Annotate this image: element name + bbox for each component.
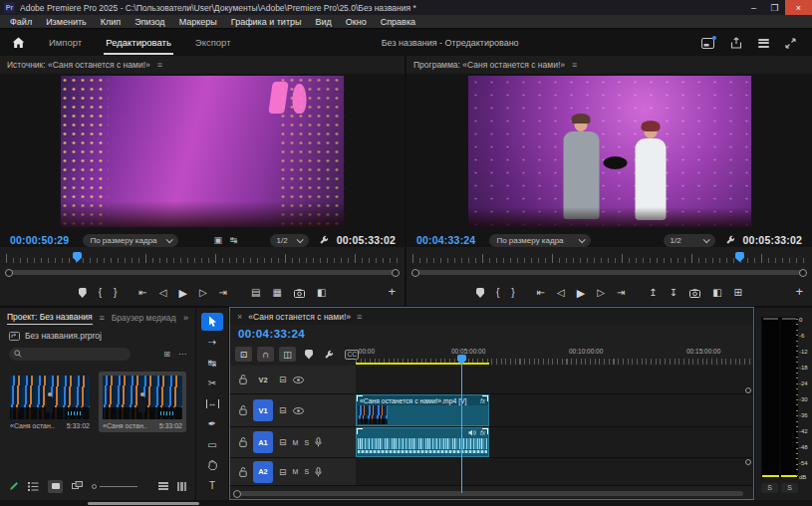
toggle-track-output-eye-icon[interactable] bbox=[293, 407, 304, 414]
menu-sequence[interactable]: Эпизод bbox=[128, 17, 171, 27]
compare-view-icon[interactable]: ◧ bbox=[712, 288, 721, 298]
vertical-scroll-handle[interactable] bbox=[745, 459, 751, 465]
button-editor-icon[interactable]: + bbox=[795, 285, 803, 298]
menu-markers[interactable]: Маркеры bbox=[172, 17, 224, 27]
menu-help[interactable]: Справка bbox=[374, 17, 422, 27]
track-target-v1[interactable]: V1 bbox=[253, 399, 273, 421]
track-a1-lane[interactable]: fx bbox=[356, 427, 753, 457]
extract-icon[interactable]: ↧ bbox=[670, 288, 677, 298]
track-target-a1[interactable]: A1 bbox=[253, 431, 273, 453]
program-current-timecode[interactable]: 00:04:33:24 bbox=[416, 234, 475, 246]
audio-meter-bars[interactable] bbox=[761, 317, 798, 478]
overwrite-icon[interactable]: ▦ bbox=[272, 288, 281, 298]
more-options-icon[interactable]: ⋯ bbox=[178, 350, 186, 359]
export-frame-icon[interactable] bbox=[294, 289, 305, 298]
add-marker-icon[interactable] bbox=[476, 288, 484, 298]
mute-button[interactable]: M bbox=[293, 439, 299, 446]
panel-menu-icon[interactable]: ≡ bbox=[572, 60, 577, 70]
settings-wrench-icon[interactable] bbox=[319, 235, 329, 245]
export-frame-icon[interactable] bbox=[689, 289, 700, 298]
source-patch-icon[interactable]: ⊟ bbox=[279, 467, 287, 477]
menu-graphics[interactable]: Графика и титры bbox=[224, 17, 309, 27]
track-v2-lane[interactable] bbox=[356, 366, 753, 393]
breadcrumb-label[interactable]: Без названия.prproj bbox=[25, 331, 102, 341]
rectangle-tool[interactable]: ▭ bbox=[201, 435, 223, 453]
insert-icon[interactable]: ▤ bbox=[251, 288, 260, 298]
mark-out-icon[interactable]: } bbox=[114, 288, 117, 298]
selection-tool[interactable] bbox=[201, 313, 223, 331]
source-resolution-select[interactable]: 1/2 bbox=[270, 234, 309, 247]
lock-icon[interactable] bbox=[239, 375, 247, 384]
fx-badge[interactable]: fx bbox=[480, 397, 485, 404]
add-marker-icon[interactable] bbox=[305, 350, 313, 360]
scroll-handle-right[interactable] bbox=[392, 269, 400, 277]
button-editor-icon[interactable]: + bbox=[388, 285, 396, 298]
toggle-track-output-eye-icon[interactable] bbox=[293, 377, 304, 383]
timeline-settings-wrench-icon[interactable] bbox=[324, 350, 334, 360]
dual-view-icon[interactable]: ↹ bbox=[230, 235, 238, 245]
video-clip[interactable]: «Саня останется с нами!».mp4 [V] fx bbox=[356, 394, 489, 426]
timeline-ruler[interactable]: :00:00 00:05:00:00 00:10:00:00 00:15:00:… bbox=[356, 346, 752, 365]
project-item-2[interactable]: «Саня остан.. 5:33:02 bbox=[99, 372, 186, 432]
program-resolution-select[interactable]: 1/2 bbox=[664, 234, 715, 247]
mark-in-icon[interactable]: { bbox=[496, 288, 499, 298]
icon-view-icon[interactable] bbox=[48, 480, 63, 493]
track-target-v2[interactable]: V2 bbox=[253, 369, 273, 390]
voiceover-mic-icon[interactable] bbox=[315, 437, 322, 447]
play-icon[interactable]: ▶ bbox=[577, 288, 585, 299]
source-patch-icon[interactable]: ⊟ bbox=[279, 405, 287, 415]
go-to-in-icon[interactable]: ⇤ bbox=[537, 288, 545, 298]
multicam-icon[interactable]: ⊞ bbox=[734, 288, 742, 298]
go-to-out-icon[interactable]: ⇥ bbox=[617, 288, 625, 298]
ripple-edit-tool[interactable]: ↹ bbox=[201, 354, 223, 372]
writable-pencil-icon[interactable] bbox=[9, 481, 19, 491]
linked-selection-icon[interactable]: ◫ bbox=[279, 347, 296, 362]
tab-import[interactable]: Импорт bbox=[49, 37, 82, 49]
project-item-1[interactable]: «Саня остан.. 5:33:02 bbox=[6, 372, 94, 432]
razor-tool[interactable]: ✂ bbox=[201, 375, 223, 392]
lock-icon[interactable] bbox=[239, 437, 247, 447]
program-zoom-select[interactable]: По размеру кадра bbox=[489, 234, 591, 247]
menu-clip[interactable]: Клип bbox=[94, 17, 128, 27]
vertical-scroll-handle[interactable] bbox=[745, 387, 751, 393]
step-back-icon[interactable]: ◁ bbox=[159, 288, 167, 298]
step-back-icon[interactable]: ◁ bbox=[557, 288, 565, 298]
track-select-forward-tool[interactable]: ⇢ bbox=[201, 334, 223, 352]
track-a2-lane[interactable] bbox=[356, 458, 753, 485]
audio-clip[interactable]: fx bbox=[356, 427, 489, 457]
step-forward-icon[interactable]: ▷ bbox=[199, 288, 207, 298]
scroll-handle-left[interactable] bbox=[5, 269, 13, 277]
type-tool[interactable]: T bbox=[201, 476, 223, 494]
minimize-button[interactable]: – bbox=[743, 0, 764, 15]
source-video-frame[interactable] bbox=[61, 76, 345, 227]
program-zoom-scrollbar[interactable] bbox=[411, 268, 807, 277]
source-current-timecode[interactable]: 00:00:50:29 bbox=[10, 234, 69, 246]
add-marker-icon[interactable] bbox=[79, 288, 87, 298]
quick-export-icon[interactable] bbox=[701, 38, 714, 49]
voiceover-mic-icon[interactable] bbox=[315, 467, 322, 477]
program-scrub-ruler[interactable] bbox=[412, 252, 806, 264]
maximize-button[interactable]: ❐ bbox=[764, 0, 785, 15]
source-scrub-ruler[interactable] bbox=[6, 252, 399, 264]
nest-sequences-icon[interactable]: ⊡ bbox=[235, 347, 252, 362]
safe-margins-icon[interactable]: ▣ bbox=[214, 235, 223, 245]
share-icon[interactable] bbox=[730, 37, 742, 49]
search-input[interactable] bbox=[9, 348, 131, 361]
pen-tool[interactable]: ✒ bbox=[201, 415, 223, 433]
search-field[interactable] bbox=[26, 350, 126, 359]
track-target-a2[interactable]: A2 bbox=[253, 461, 273, 483]
snap-icon[interactable]: ∩ bbox=[257, 347, 274, 362]
panel-menu-icon[interactable]: ≡ bbox=[157, 60, 162, 70]
panel-menu-icon[interactable]: ≡ bbox=[100, 313, 105, 323]
fullscreen-icon[interactable] bbox=[785, 38, 796, 49]
source-zoom-select[interactable]: По размеру кадра bbox=[83, 234, 177, 247]
mark-in-icon[interactable]: { bbox=[99, 288, 102, 298]
close-button[interactable]: × bbox=[785, 0, 812, 15]
lift-icon[interactable]: ↥ bbox=[649, 288, 657, 298]
program-video-frame[interactable] bbox=[467, 76, 751, 227]
workspaces-icon[interactable] bbox=[758, 39, 769, 48]
menu-view[interactable]: Вид bbox=[309, 17, 339, 27]
menu-file[interactable]: Файл bbox=[3, 17, 39, 27]
panel-menu-icon[interactable]: ≡ bbox=[357, 312, 362, 322]
home-icon[interactable] bbox=[12, 37, 25, 49]
